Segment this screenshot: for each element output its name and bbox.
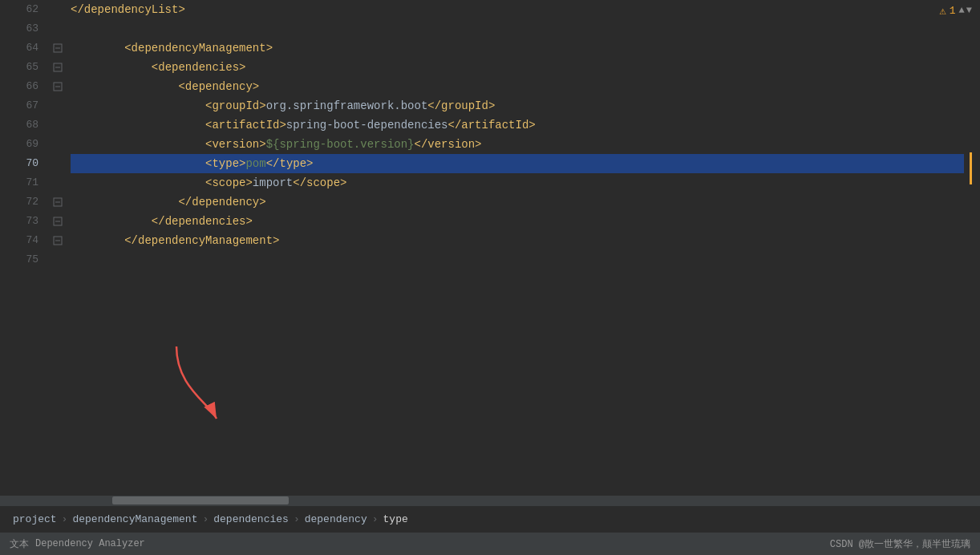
line-num-73: 73: [0, 212, 38, 231]
breadcrumb-dependencies[interactable]: dependencies: [213, 513, 289, 525]
code-line-73: </dependencies>: [71, 212, 964, 231]
file-type-label: 文本: [10, 537, 29, 551]
gutter-72[interactable]: [52, 192, 63, 212]
bottom-bar: 文本 Dependency Analyzer CSDN @散一世繁华，颠半世琉璃: [0, 533, 980, 555]
gutter-67: [52, 96, 63, 115]
tag-type-close-hl: </type>: [266, 154, 314, 173]
line-num-69: 69: [0, 135, 38, 154]
breadcrumb-bar: project › dependencyManagement › depende…: [0, 505, 980, 533]
tag-scope-close: </scope>: [293, 173, 346, 192]
version-value: ${spring-boot.version}: [266, 135, 415, 154]
line-num-68: 68: [0, 115, 38, 135]
code-line-74: </dependencyManagement>: [71, 231, 964, 250]
fold-icon-66: [53, 82, 63, 91]
breadcrumb-project[interactable]: project: [13, 513, 57, 525]
warning-indicator: ⚠ 1 ▲ ▼: [939, 0, 972, 19]
gutter-71: [52, 173, 63, 192]
code-line-67: <groupId>org.springframework.boot</group…: [71, 96, 964, 115]
breadcrumb-sep-2: ›: [202, 513, 209, 525]
breadcrumb-sep-1: ›: [62, 513, 68, 525]
tag-groupid-close: </groupId>: [427, 96, 495, 115]
bottom-left: 文本 Dependency Analyzer: [10, 537, 145, 551]
tag-dependency-open: <dependency>: [178, 77, 259, 96]
tag-dependencymanagement-close: </dependencyManagement>: [124, 231, 279, 250]
groupid-value: org.springframework.boot: [266, 96, 428, 115]
gutter-65[interactable]: [52, 58, 63, 77]
line-numbers: 62 63 64 65 66 67 68 69 70 71 72 73 74 7…: [0, 0, 48, 496]
code-line-65: <dependencies>: [71, 58, 964, 77]
fold-icon-74: [53, 236, 63, 245]
warning-count: 1: [950, 5, 956, 17]
fold-icon-72: [53, 197, 63, 207]
code-area: ⚠ 1 ▲ ▼ 62 63 64 65 66 67 68 69 70 71 72…: [0, 0, 980, 496]
line-num-67: 67: [0, 96, 38, 115]
breadcrumb-sep-3: ›: [294, 513, 300, 525]
line-num-72: 72: [0, 192, 38, 212]
code-line-71: <scope>import</scope>: [71, 173, 964, 192]
breadcrumb-dependency[interactable]: dependency: [305, 513, 367, 525]
breadcrumb-type[interactable]: type: [383, 513, 408, 525]
gutter-66[interactable]: [52, 77, 63, 96]
code-line-63: [71, 19, 964, 38]
tag-dependencies-open: <dependencies>: [152, 58, 246, 77]
gutter-63: [52, 19, 63, 38]
gutter-73[interactable]: [52, 212, 63, 231]
tag-version-close: </version>: [415, 135, 482, 154]
code-line-68: <artifactId>spring-boot-dependencies</ar…: [71, 115, 964, 135]
scope-value: import: [253, 173, 293, 192]
code-line-72: </dependency>: [71, 192, 964, 212]
plugin-label: Dependency Analyzer: [35, 538, 145, 549]
tag-scope-open: <scope>: [205, 173, 253, 192]
tag-groupid-open: <groupId>: [205, 96, 266, 115]
artifactid-value: spring-boot-dependencies: [286, 115, 448, 135]
gutter-70: [52, 154, 63, 173]
gutter: [48, 0, 67, 496]
code-line-66: <dependency>: [71, 77, 964, 96]
scrollbar-marker: [970, 152, 972, 184]
tag-dependencymanagement-open: <dependencyManagement>: [124, 38, 273, 58]
line-62-text: </dependencyList>: [71, 0, 185, 19]
down-arrow[interactable]: ▼: [966, 5, 972, 16]
tag-artifactid-open: <artifactId>: [205, 115, 286, 135]
gutter-69: [52, 135, 63, 154]
fold-icon-65: [53, 63, 63, 72]
horizontal-scrollbar-thumb[interactable]: [112, 496, 289, 504]
fold-icon-73: [53, 217, 63, 226]
code-line-62: </dependencyList>: [71, 0, 964, 19]
line-num-63: 63: [0, 19, 38, 38]
line-num-65: 65: [0, 58, 38, 77]
breadcrumb-sep-4: ›: [372, 513, 379, 525]
breadcrumb-dependencymanagement[interactable]: dependencyManagement: [72, 513, 197, 525]
tag-dependency-close: </dependency>: [178, 192, 265, 212]
nav-arrows[interactable]: ▲ ▼: [959, 5, 972, 16]
gutter-62: [52, 0, 63, 19]
line-num-71: 71: [0, 173, 38, 192]
tag-dependencies-close: </dependencies>: [152, 212, 253, 231]
gutter-68: [52, 115, 63, 135]
type-value-hl: pom: [245, 154, 265, 173]
code-content[interactable]: </dependencyList> <dependencyManagement>…: [67, 0, 980, 496]
code-line-69: <version>${spring-boot.version}</version…: [71, 135, 964, 154]
gutter-74[interactable]: [52, 231, 63, 250]
line-num-74: 74: [0, 231, 38, 250]
line-num-64: 64: [0, 38, 38, 58]
csdn-attribution: CSDN @散一世繁华，颠半世琉璃: [830, 539, 970, 550]
horizontal-scrollbar[interactable]: [0, 496, 980, 505]
tag-artifactid-close: </artifactId>: [448, 115, 536, 135]
warning-icon: ⚠: [939, 4, 946, 18]
line-num-66: 66: [0, 77, 38, 96]
gutter-75: [52, 250, 63, 269]
line-num-70: 70: [0, 154, 38, 173]
code-line-70: <type>pom</type>: [71, 154, 964, 173]
code-line-75: [71, 250, 964, 269]
line-num-75: 75: [0, 250, 38, 269]
bottom-right: CSDN @散一世繁华，颠半世琉璃: [830, 537, 970, 551]
line-num-62: 62: [0, 0, 38, 19]
gutter-64[interactable]: [52, 38, 63, 58]
up-arrow[interactable]: ▲: [959, 5, 965, 16]
editor-container: ⚠ 1 ▲ ▼ 62 63 64 65 66 67 68 69 70 71 72…: [0, 0, 980, 555]
code-line-64: <dependencyManagement>: [71, 38, 964, 58]
fold-icon-64: [53, 43, 63, 53]
tag-version-open: <version>: [205, 135, 266, 154]
tag-type-open-hl: <type>: [205, 154, 245, 173]
